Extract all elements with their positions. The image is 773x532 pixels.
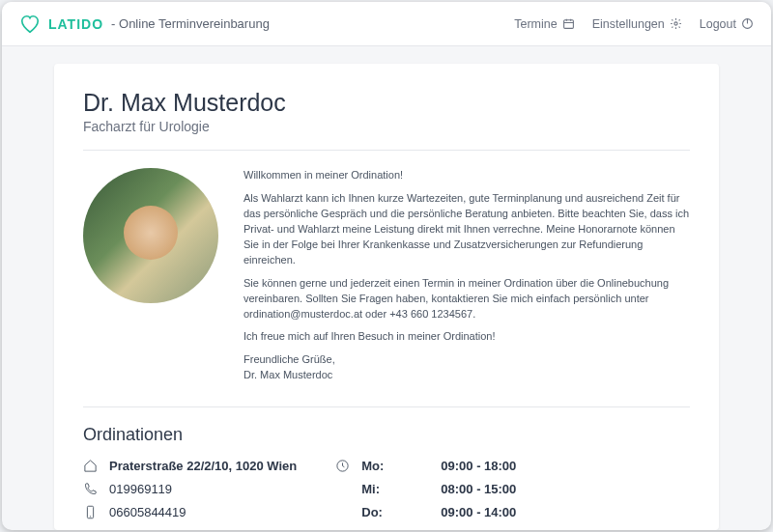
profile-card: Dr. Max Musterdoc Facharzt für Urologie … — [54, 64, 719, 530]
ordinationen-title: Ordinationen — [83, 425, 690, 445]
ordinationen-row: Praterstraße 22/2/10, 1020 Wien 01996911… — [83, 459, 690, 530]
hours-time: 09:00 - 18:00 — [441, 459, 516, 473]
contact-mobile: 06605844419 — [83, 505, 297, 519]
hours-item: Do: 09:00 - 14:00 — [335, 505, 690, 519]
nav-einstellungen[interactable]: Einstellungen — [592, 17, 682, 31]
heart-logo-icon — [19, 14, 41, 35]
hours-day: Fr: — [361, 528, 402, 530]
hours-item: Fr: 09:00 - 12:00 — [335, 528, 690, 530]
intro-p6: Dr. Max Musterdoc — [243, 368, 690, 383]
address-text: Praterstraße 22/2/10, 1020 Wien — [109, 459, 297, 473]
calendar-icon — [562, 17, 575, 30]
doctor-name: Dr. Max Musterdoc — [83, 89, 690, 117]
hours-time: 09:00 - 12:00 — [441, 528, 516, 530]
contact-list: Praterstraße 22/2/10, 1020 Wien 01996911… — [83, 459, 297, 530]
nav-logout-label: Logout — [700, 17, 736, 31]
contact-address: Praterstraße 22/2/10, 1020 Wien — [83, 459, 297, 473]
nav-logout[interactable]: Logout — [700, 17, 754, 31]
hours-list: Mo: 09:00 - 18:00 Mi: 08:00 - 15:00 Do: … — [335, 459, 690, 530]
intro-text: Willkommen in meiner Ordination! Als Wah… — [243, 168, 690, 391]
home-icon — [83, 459, 98, 473]
contact-phone: 019969119 — [83, 482, 297, 496]
nav-termine[interactable]: Termine — [514, 17, 574, 31]
divider — [83, 150, 690, 151]
svg-point-4 — [674, 22, 677, 25]
intro-p3: Sie können gerne und jederzeit einen Ter… — [243, 276, 690, 322]
hours-item: Mi: 08:00 - 15:00 — [335, 482, 690, 496]
hours-day: Do: — [361, 505, 402, 519]
intro-p2: Als Wahlarzt kann ich Ihnen kurze Wartez… — [243, 191, 690, 268]
divider — [83, 406, 690, 407]
intro-p5: Freundliche Grüße, — [243, 352, 690, 368]
phone-text: 019969119 — [109, 482, 172, 496]
contact-email: office@latido.at — [83, 528, 297, 530]
top-actions: Termine Einstellungen Logout — [514, 17, 754, 31]
mobile-text: 06605844419 — [109, 505, 186, 519]
hours-day: Mi: — [361, 482, 402, 496]
nav-einstellungen-label: Einstellungen — [592, 17, 665, 31]
hours-time: 08:00 - 15:00 — [441, 482, 516, 496]
intro-p1: Willkommen in meiner Ordination! — [243, 168, 690, 183]
content-area: Dr. Max Musterdoc Facharzt für Urologie … — [2, 46, 771, 530]
email-text: office@latido.at — [109, 528, 196, 530]
nav-termine-label: Termine — [514, 17, 557, 31]
gear-icon — [670, 17, 682, 30]
mobile-icon — [83, 505, 98, 519]
clock-icon — [335, 459, 350, 473]
hours-day: Mo: — [361, 459, 402, 473]
hours-item: Mo: 09:00 - 18:00 — [335, 459, 690, 473]
topbar: LATIDO - Online Terminvereinbarung Termi… — [2, 2, 771, 46]
avatar — [83, 168, 218, 303]
intro-section: Willkommen in meiner Ordination! Als Wah… — [83, 168, 690, 391]
intro-p4: Ich freue mich auf Ihren Besuch in meine… — [243, 329, 690, 345]
logo-area: LATIDO - Online Terminvereinbarung — [19, 14, 270, 35]
svg-rect-0 — [563, 20, 573, 29]
phone-icon — [83, 482, 98, 496]
mail-icon — [83, 528, 98, 530]
brand-name: LATIDO — [48, 16, 103, 32]
brand-subtitle: - Online Terminvereinbarung — [111, 16, 270, 31]
app-window: LATIDO - Online Terminvereinbarung Termi… — [2, 2, 771, 530]
hours-time: 09:00 - 14:00 — [441, 505, 516, 519]
doctor-specialty: Facharzt für Urologie — [83, 119, 690, 134]
power-icon — [741, 17, 754, 30]
